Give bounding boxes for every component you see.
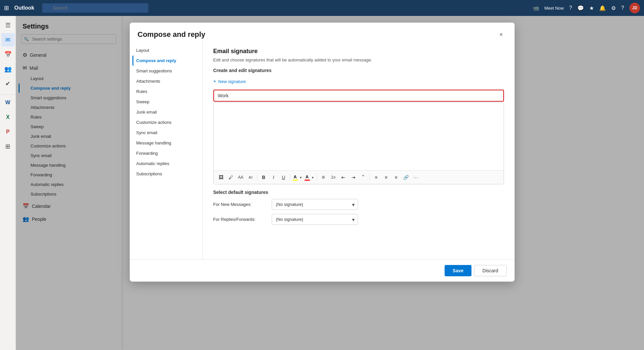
- modal-content: Email signature Edit and choose signatur…: [203, 40, 515, 259]
- font-color-button[interactable]: A: [304, 174, 311, 181]
- sidebar-excel-icon[interactable]: X: [1, 111, 15, 124]
- app-grid-icon[interactable]: ⊞: [4, 4, 9, 12]
- search-wrap: [42, 3, 148, 13]
- modal-nav-subscriptions[interactable]: Subscriptions: [132, 169, 200, 179]
- settings-modal: Compose and reply × Layout Compose and r…: [130, 23, 515, 282]
- new-signature-button[interactable]: + New signature: [213, 77, 246, 86]
- notification-icon[interactable]: 🔔: [599, 5, 606, 11]
- highlight-dropdown-button[interactable]: ▾: [299, 173, 303, 182]
- sidebar-apps-icon[interactable]: ⊞: [1, 140, 15, 153]
- sidebar-mail-icon[interactable]: ✉: [1, 33, 15, 46]
- app-logo: Outlook: [14, 5, 34, 11]
- modal-body: Layout Compose and reply Smart suggestio…: [130, 40, 515, 259]
- numbering-button[interactable]: 1≡: [329, 173, 338, 182]
- signature-toolbar: 🖼 🖊 AA A2 B I U A ▾: [214, 170, 504, 184]
- meet-now-label: Meet Now: [544, 6, 564, 11]
- modal-title: Compose and reply: [138, 30, 205, 39]
- avatar[interactable]: JD: [629, 3, 640, 13]
- modal-nav-sweep[interactable]: Sweep: [132, 97, 200, 107]
- new-messages-label: For New Messages:: [213, 202, 266, 207]
- sidebar-word-icon[interactable]: W: [1, 96, 15, 109]
- meet-now-icon[interactable]: 📹: [533, 5, 539, 11]
- toolbar-sep-4: [370, 174, 370, 181]
- modal-nav-layout[interactable]: Layout: [132, 45, 200, 55]
- insert-image-button[interactable]: 🖼: [216, 173, 226, 182]
- align-center-button[interactable]: ≡: [382, 173, 391, 182]
- new-messages-select-wrap: (No signature) Work: [272, 199, 358, 210]
- modal-nav-junk-email[interactable]: Junk email: [132, 107, 200, 117]
- top-bar: ⊞ Outlook 📹 Meet Now ? 💬 ★ 🔔 ⚙ ? JD: [0, 0, 644, 16]
- replies-select-wrap: (No signature) Work: [272, 214, 358, 225]
- modal-nav: Layout Compose and reply Smart suggestio…: [130, 40, 203, 259]
- sidebar-people-icon[interactable]: 👥: [1, 62, 15, 76]
- search-input[interactable]: [42, 3, 148, 13]
- hamburger-icon[interactable]: ☰: [1, 19, 15, 32]
- highlight-button[interactable]: A: [292, 174, 299, 181]
- default-signatures-title: Select default signatures: [213, 190, 504, 195]
- modal-footer: Save Discard: [130, 259, 515, 282]
- top-bar-right: 📹 Meet Now ? 💬 ★ 🔔 ⚙ ? JD: [533, 3, 640, 13]
- signature-editor-area[interactable]: [214, 103, 504, 169]
- modal-nav-sync-email[interactable]: Sync email: [132, 128, 200, 138]
- font-size-button[interactable]: AA: [236, 173, 246, 182]
- sidebar-powerpoint-icon[interactable]: P: [1, 125, 15, 138]
- align-left-button[interactable]: ≡: [372, 173, 381, 182]
- plus-icon: +: [213, 78, 216, 84]
- more-button[interactable]: ···: [411, 173, 421, 182]
- sidebar-icons: ☰ ✉ 📅 👥 ✔ W X P ⊞: [0, 16, 16, 350]
- bullets-button[interactable]: ≡: [319, 173, 328, 182]
- font-color-group: A ▾: [304, 173, 315, 182]
- create-edit-label: Create and edit signatures: [213, 68, 504, 73]
- quote-button[interactable]: ": [359, 173, 368, 182]
- new-signature-label: New signature: [218, 79, 246, 84]
- toolbar-sep-1: [257, 174, 257, 181]
- modal-nav-attachments[interactable]: Attachments: [132, 76, 200, 86]
- discard-button[interactable]: Discard: [474, 265, 506, 276]
- new-messages-row: For New Messages: (No signature) Work: [213, 199, 504, 210]
- replies-label: For Replies/Forwards:: [213, 217, 266, 222]
- replies-row: For Replies/Forwards: (No signature) Wor…: [213, 214, 504, 225]
- indent-button[interactable]: ⇥: [349, 173, 358, 182]
- outdent-button[interactable]: ⇤: [339, 173, 348, 182]
- highlight-group: A ▾: [292, 173, 303, 182]
- signature-name-input[interactable]: [213, 90, 504, 102]
- underline-button[interactable]: U: [279, 173, 288, 182]
- modal-nav-smart-suggestions[interactable]: Smart suggestions: [132, 66, 200, 76]
- toolbar-sep-2: [290, 174, 290, 181]
- feedback-icon[interactable]: 💬: [577, 5, 584, 11]
- modal-header: Compose and reply ×: [130, 23, 515, 40]
- email-signature-desc: Edit and choose signatures that will be …: [213, 57, 504, 62]
- superscript-button[interactable]: A2: [246, 173, 255, 182]
- help-icon[interactable]: ?: [569, 5, 572, 11]
- format-painter-button[interactable]: 🖊: [226, 173, 236, 182]
- save-button[interactable]: Save: [445, 265, 471, 276]
- email-signature-title: Email signature: [213, 48, 504, 55]
- sidebar-calendar-icon[interactable]: 📅: [1, 48, 15, 61]
- modal-nav-automatic-replies[interactable]: Automatic replies: [132, 158, 200, 169]
- link-button[interactable]: 🔗: [401, 173, 411, 182]
- modal-nav-forwarding[interactable]: Forwarding: [132, 148, 200, 158]
- modal-nav-compose-reply[interactable]: Compose and reply: [132, 55, 200, 66]
- align-right-button[interactable]: ≡: [392, 173, 401, 182]
- modal-nav-rules[interactable]: Rules: [132, 86, 200, 97]
- sidebar-todo-icon[interactable]: ✔: [1, 77, 15, 90]
- bold-button[interactable]: B: [259, 173, 268, 182]
- new-messages-select[interactable]: (No signature) Work: [272, 199, 358, 210]
- rewards-icon[interactable]: ★: [589, 5, 594, 11]
- modal-close-button[interactable]: ×: [496, 29, 507, 40]
- modal-nav-message-handling[interactable]: Message handling: [132, 138, 200, 148]
- modal-nav-customize-actions[interactable]: Customize actions: [132, 117, 200, 128]
- help2-icon[interactable]: ?: [621, 5, 624, 11]
- italic-button[interactable]: I: [269, 173, 278, 182]
- toolbar-sep-3: [317, 174, 317, 181]
- default-signatures-section: Select default signatures For New Messag…: [213, 190, 504, 225]
- font-color-dropdown-button[interactable]: ▾: [311, 173, 315, 182]
- settings-icon[interactable]: ⚙: [611, 5, 616, 11]
- replies-select[interactable]: (No signature) Work: [272, 214, 358, 225]
- signature-editor-wrap: 🖼 🖊 AA A2 B I U A ▾: [213, 102, 504, 184]
